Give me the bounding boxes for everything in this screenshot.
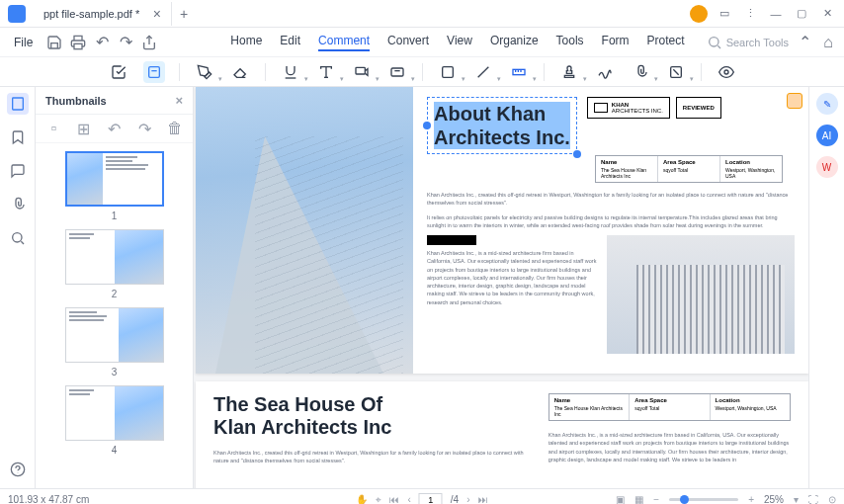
save-icon[interactable] <box>46 35 62 50</box>
bookmarks-icon[interactable] <box>7 126 29 148</box>
document-canvas[interactable]: ✓ About Khan Architects Inc. KHANARCHITE… <box>194 87 808 488</box>
svg-rect-10 <box>391 68 403 76</box>
menu-tools[interactable]: Tools <box>556 34 584 51</box>
attachments-panel-icon[interactable] <box>7 194 29 215</box>
menu-organize[interactable]: Organize <box>490 34 539 51</box>
properties-icon[interactable]: ✎ <box>816 93 838 115</box>
textbox-tool[interactable] <box>386 61 408 83</box>
thumb-label-2: 2 <box>112 289 118 299</box>
thumbnail-page-1[interactable] <box>65 151 164 207</box>
svg-rect-11 <box>442 66 453 77</box>
select-tool-icon[interactable]: ⌖ <box>376 494 381 505</box>
comments-panel-icon[interactable] <box>7 160 29 182</box>
prev-page-icon[interactable]: ‹ <box>407 494 410 504</box>
page-1: ✓ About Khan Architects Inc. KHANARCHITE… <box>196 87 808 374</box>
thumbnail-page-3[interactable] <box>65 307 164 363</box>
new-tab-button[interactable]: + <box>172 6 196 22</box>
word-convert-icon[interactable]: W <box>816 156 838 178</box>
menu-protect[interactable]: Protect <box>647 34 685 51</box>
highlighter-tool[interactable] <box>108 61 129 83</box>
read-mode-icon[interactable]: ▦ <box>634 494 643 504</box>
zoom-out-icon[interactable]: − <box>653 494 659 504</box>
maximize-button[interactable]: ▢ <box>793 5 810 23</box>
underline-tool[interactable] <box>280 61 301 83</box>
thumbnails-icon[interactable] <box>7 93 29 115</box>
hand-tool-icon[interactable]: ✋ <box>356 494 368 504</box>
line-tool[interactable] <box>472 61 494 83</box>
search-panel-icon[interactable] <box>7 227 29 249</box>
close-tab-icon[interactable]: × <box>153 6 161 22</box>
secondary-image <box>607 235 795 354</box>
next-page-icon[interactable]: › <box>466 494 469 504</box>
brand-badge: KHANARCHITECTS INC. <box>587 97 670 119</box>
thumbnail-page-4[interactable] <box>65 385 164 441</box>
search-placeholder: Search Tools <box>726 37 789 48</box>
signature-tool[interactable] <box>594 61 616 83</box>
first-page-icon[interactable]: ⏮ <box>389 494 399 504</box>
menu-form[interactable]: Form <box>602 34 630 51</box>
document-tab[interactable]: ppt file-sample.pdf * × <box>34 2 172 26</box>
menubar: File ↶ ↷ Home Edit Comment Convert View … <box>0 28 844 57</box>
share-icon[interactable] <box>141 35 157 50</box>
fit-page-icon[interactable]: ▣ <box>616 494 625 504</box>
link-box-tool[interactable] <box>665 61 687 83</box>
thumb-add-icon[interactable]: ▫ <box>45 121 61 136</box>
menu-edit[interactable]: Edit <box>280 34 300 51</box>
page1-title-line1: About Khan <box>434 102 570 126</box>
thumb-rotate-left-icon[interactable]: ↶ <box>106 121 122 136</box>
svg-line-12 <box>477 66 488 77</box>
close-panel-icon[interactable]: × <box>175 93 183 108</box>
page2-para1: Khan Architects Inc., created this off-g… <box>213 449 529 465</box>
user-avatar[interactable] <box>690 5 708 23</box>
right-rail: ✎ AI W <box>808 87 844 488</box>
page-total: /4 <box>451 494 459 504</box>
selected-text-box[interactable]: About Khan Architects Inc. <box>427 97 577 154</box>
pencil-tool[interactable] <box>194 61 215 83</box>
print-icon[interactable] <box>70 35 86 50</box>
zoom-in-icon[interactable]: + <box>748 494 754 504</box>
minimize-button[interactable]: — <box>767 5 785 23</box>
note-annotation-icon[interactable] <box>787 93 802 109</box>
search-tools[interactable]: Search Tools <box>707 35 789 50</box>
help-icon[interactable] <box>7 459 29 480</box>
hide-comments-tool[interactable] <box>716 61 737 83</box>
thumbnail-page-2[interactable] <box>65 229 164 285</box>
ai-icon[interactable]: AI <box>816 125 838 146</box>
file-menu[interactable]: File <box>8 36 39 49</box>
expand-icon[interactable]: ⌂ <box>820 35 836 50</box>
notifications-icon[interactable]: ▭ <box>716 5 733 23</box>
stamp-tool[interactable] <box>558 61 580 83</box>
close-window-button[interactable]: ✕ <box>818 5 836 23</box>
callout-tool[interactable] <box>351 61 373 83</box>
last-page-icon[interactable]: ⏭ <box>478 494 488 504</box>
svg-point-19 <box>724 70 728 74</box>
undo-icon[interactable]: ↶ <box>94 35 110 50</box>
thumb-rotate-right-icon[interactable]: ↷ <box>136 121 152 136</box>
menu-home[interactable]: Home <box>230 34 262 51</box>
kebab-menu-icon[interactable]: ⋮ <box>741 5 759 23</box>
note-tool[interactable] <box>143 61 165 83</box>
thumb-delete-icon[interactable]: 🗑 <box>167 121 183 136</box>
chevron-up-icon[interactable]: ⌃ <box>797 35 812 50</box>
page2-para2: Khan Architects Inc., is a mid-sized arc… <box>549 431 791 463</box>
zoom-level: 25% <box>764 494 784 504</box>
eraser-tool[interactable] <box>229 61 251 83</box>
thumb-label-1: 1 <box>112 210 118 221</box>
zoom-dropdown-icon[interactable]: ▾ <box>794 494 799 504</box>
page-number-input[interactable] <box>419 493 443 505</box>
attachment-tool[interactable] <box>630 61 651 83</box>
fullscreen-icon[interactable]: ⛶ <box>808 494 818 504</box>
svg-rect-0 <box>74 43 82 48</box>
thumb-zoom-icon[interactable]: ⊞ <box>76 121 92 136</box>
text-tool[interactable] <box>315 61 337 83</box>
shape-tool[interactable] <box>437 61 459 83</box>
settings-icon[interactable]: ⊙ <box>828 494 836 504</box>
comment-toolbar <box>0 57 844 87</box>
menu-view[interactable]: View <box>447 34 472 51</box>
menu-convert[interactable]: Convert <box>387 34 429 51</box>
page-2: The Sea House OfKlan Architects Inc Khan… <box>196 381 808 488</box>
zoom-slider[interactable] <box>669 498 738 501</box>
menu-comment[interactable]: Comment <box>318 34 370 51</box>
redo-icon[interactable]: ↷ <box>118 35 133 50</box>
measure-tool[interactable] <box>508 61 530 83</box>
